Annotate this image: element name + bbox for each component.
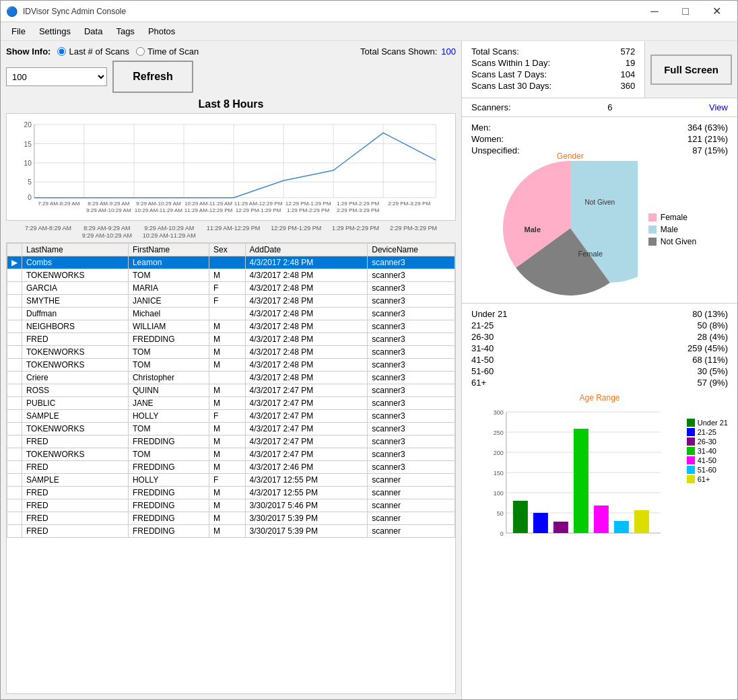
row-date: 4/3/2017 2:48 PM	[245, 332, 368, 345]
svg-rect-48	[513, 501, 528, 533]
table-row[interactable]: SAMPLE HOLLY F 4/3/2017 2:47 PM scanner3	[7, 409, 455, 422]
svg-text:20: 20	[24, 121, 32, 129]
row-firstname: Michael	[128, 307, 209, 320]
menu-data[interactable]: Data	[79, 25, 108, 38]
age-stat-row: 26-3028 (4%)	[471, 332, 728, 342]
row-indicator	[7, 448, 22, 460]
table-row[interactable]: FRED FREDDING M 3/30/2017 5:46 PM scanne…	[7, 499, 455, 512]
last-scans-radio-label[interactable]: Last # of Scans	[57, 46, 129, 57]
close-button[interactable]: ✕	[701, 1, 732, 22]
row-firstname: HOLLY	[128, 473, 209, 486]
view-link[interactable]: View	[709, 102, 728, 112]
svg-rect-49	[533, 513, 548, 533]
row-sex: M	[209, 345, 245, 358]
svg-rect-53	[614, 521, 629, 533]
row-date: 4/3/2017 2:47 PM	[245, 448, 368, 460]
table-row[interactable]: GARCIA MARIA F 4/3/2017 2:48 PM scanner3	[7, 281, 455, 294]
within-1day-value: 19	[626, 58, 635, 68]
age-legend-31-40-label: 31-40	[698, 447, 716, 455]
table-row[interactable]: PUBLIC JANE M 4/3/2017 2:47 PM scanner3	[7, 396, 455, 409]
col-adddate[interactable]: AddDate	[245, 243, 368, 256]
table-row[interactable]: TOKENWORKS TOM M 4/3/2017 2:47 PM scanne…	[7, 448, 455, 460]
menu-photos[interactable]: Photos	[143, 25, 180, 38]
table-row[interactable]: FRED FREDDING M 4/3/2017 12:55 PM scanne…	[7, 486, 455, 499]
maximize-button[interactable]: □	[670, 1, 701, 22]
table-row[interactable]: FRED FREDDING M 4/3/2017 2:47 PM scanner…	[7, 435, 455, 448]
row-sex: M	[209, 448, 245, 460]
scanners-value: 6	[607, 102, 612, 112]
x-label-3: 11:29 AM-12:29 PM	[207, 225, 261, 240]
top-stats: Total Scans: 572 Scans Within 1 Day: 19 …	[462, 41, 644, 98]
women-label: Women:	[471, 134, 504, 144]
table-row[interactable]: FRED FREDDING M 3/30/2017 5:39 PM scanne…	[7, 524, 455, 537]
age-legend-21-25-label: 21-25	[698, 428, 716, 436]
age-legend-26-30-label: 26-30	[698, 438, 716, 446]
row-device: scanner3	[368, 320, 455, 332]
row-lastname: GARCIA	[22, 281, 129, 294]
row-indicator	[7, 294, 22, 307]
row-date: 4/3/2017 12:55 PM	[245, 486, 368, 499]
table-row[interactable]: SAMPLE HOLLY F 4/3/2017 12:55 PM scanner	[7, 473, 455, 486]
age-stat-row: 41-5068 (11%)	[471, 355, 728, 365]
row-lastname: FRED	[22, 512, 129, 524]
scans-select[interactable]: 100 50 200	[6, 67, 107, 86]
last-scans-radio[interactable]	[57, 47, 66, 56]
svg-text:0: 0	[500, 530, 504, 537]
row-device: scanner3	[368, 435, 455, 448]
col-firstname[interactable]: FirstName	[128, 243, 209, 256]
menu-tags[interactable]: Tags	[110, 25, 139, 38]
full-screen-button[interactable]: Full Screen	[650, 55, 732, 85]
table-row[interactable]: NEIGHBORS WILLIAM M 4/3/2017 2:48 PM sca…	[7, 320, 455, 332]
col-sex[interactable]: Sex	[209, 243, 245, 256]
row-lastname: TOKENWORKS	[22, 345, 129, 358]
age-range-value: 80 (13%)	[692, 309, 728, 319]
age-legend-41-50-color	[687, 456, 695, 464]
row-firstname: FREDDING	[128, 524, 209, 537]
table-row[interactable]: FRED FREDDING M 4/3/2017 2:48 PM scanner…	[7, 332, 455, 345]
svg-text:11:29 AM-12:29 PM: 11:29 AM-12:29 PM	[234, 201, 283, 207]
window-controls: ─ □ ✕	[639, 1, 732, 22]
svg-text:50: 50	[497, 510, 504, 517]
data-table-container[interactable]: LastName FirstName Sex AddDate DeviceNam…	[6, 242, 456, 694]
table-row[interactable]: TOKENWORKS TOM M 4/3/2017 2:48 PM scanne…	[7, 345, 455, 358]
col-devicename[interactable]: DeviceName	[368, 243, 455, 256]
table-row[interactable]: SMYTHE JANICE F 4/3/2017 2:48 PM scanner…	[7, 294, 455, 307]
x-label-6: 2:29 PM-3:29 PM	[390, 225, 437, 240]
table-row[interactable]: TOKENWORKS TOM M 4/3/2017 2:47 PM scanne…	[7, 422, 455, 435]
menu-settings[interactable]: Settings	[34, 25, 76, 38]
top-right-section: Total Scans: 572 Scans Within 1 Day: 19 …	[462, 41, 737, 98]
table-row[interactable]: ROSS QUINN M 4/3/2017 2:47 PM scanner3	[7, 384, 455, 396]
row-device: scanner3	[368, 460, 455, 473]
svg-text:15: 15	[24, 141, 32, 148]
time-of-scan-radio[interactable]	[136, 47, 145, 56]
row-lastname: SAMPLE	[22, 473, 129, 486]
svg-text:1:29 PM-2:29 PM: 1:29 PM-2:29 PM	[287, 207, 329, 213]
table-row[interactable]: Duffman Michael 4/3/2017 2:48 PM scanner…	[7, 307, 455, 320]
refresh-button[interactable]: Refresh	[112, 61, 193, 93]
table-row[interactable]: FRED FREDDING M 3/30/2017 5:39 PM scanne…	[7, 512, 455, 524]
age-legend-61plus-label: 61+	[698, 475, 710, 483]
total-scans-stat-value: 572	[620, 46, 635, 57]
table-row[interactable]: TOKENWORKS TOM M 4/3/2017 2:48 PM scanne…	[7, 269, 455, 281]
row-firstname: TOM	[128, 422, 209, 435]
row-lastname: FRED	[22, 460, 129, 473]
svg-text:2:29 PM-3:29 PM: 2:29 PM-3:29 PM	[388, 201, 430, 207]
legend-male-label: Male	[661, 225, 678, 234]
col-lastname[interactable]: LastName	[22, 243, 129, 256]
minimize-button[interactable]: ─	[639, 1, 670, 22]
table-row[interactable]: ▶ Combs Leamon 4/3/2017 2:48 PM scanner3	[7, 256, 455, 269]
menu-file[interactable]: File	[6, 25, 31, 38]
table-row[interactable]: Criere Christopher 4/3/2017 2:48 PM scan…	[7, 371, 455, 384]
row-sex: M	[209, 384, 245, 396]
total-scans-label: Total Scans Shown:	[360, 46, 437, 57]
row-lastname: NEIGHBORS	[22, 320, 129, 332]
gender-legend: Female Male Not Given	[648, 213, 696, 246]
table-row[interactable]: TOKENWORKS TOM M 4/3/2017 2:48 PM scanne…	[7, 358, 455, 371]
age-legend-26-30: 26-30	[687, 438, 728, 446]
row-date: 4/3/2017 12:55 PM	[245, 473, 368, 486]
svg-text:9:29 AM-10:29 AM: 9:29 AM-10:29 AM	[86, 207, 131, 213]
table-row[interactable]: FRED FREDDING M 4/3/2017 2:46 PM scanner…	[7, 460, 455, 473]
time-of-scan-radio-label[interactable]: Time of Scan	[136, 46, 199, 57]
age-range-label: 31-40	[471, 343, 494, 353]
row-date: 3/30/2017 5:39 PM	[245, 524, 368, 537]
